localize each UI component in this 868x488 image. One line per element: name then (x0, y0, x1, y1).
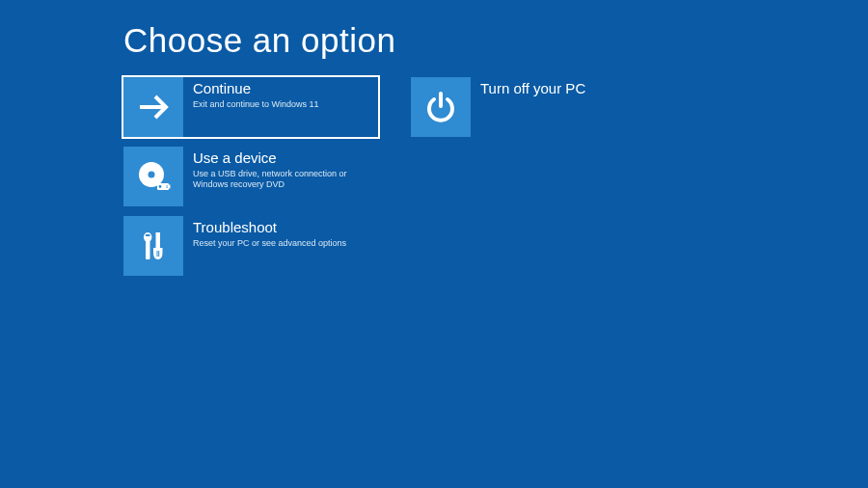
svg-point-7 (159, 185, 162, 188)
options-col-2: Turn off your PC (411, 77, 665, 276)
options-col-1: Continue Exit and continue to Windows 11 (123, 77, 378, 276)
option-title: Continue (193, 79, 378, 98)
disc-usb-icon (123, 147, 183, 206)
power-icon (411, 77, 471, 137)
svg-rect-11 (156, 232, 161, 250)
option-desc: Use a USB drive, network connection or W… (193, 169, 376, 191)
svg-rect-8 (146, 240, 150, 259)
svg-point-9 (144, 232, 151, 242)
arrow-right-icon (123, 77, 183, 137)
option-continue[interactable]: Continue Exit and continue to Windows 11 (122, 75, 380, 139)
svg-rect-4 (166, 185, 171, 189)
svg-rect-13 (158, 251, 159, 257)
svg-rect-6 (167, 187, 168, 188)
page-title: Choose an option (123, 21, 868, 60)
option-use-device-text: Use a device Use a USB drive, network co… (183, 147, 378, 191)
option-turn-off[interactable]: Turn off your PC (411, 77, 665, 137)
option-desc: Exit and continue to Windows 11 (193, 99, 376, 111)
option-title: Turn off your PC (480, 79, 665, 98)
option-troubleshoot-text: Troubleshoot Reset your PC or see advanc… (183, 216, 378, 249)
option-desc: Reset your PC or see advanced options (193, 238, 376, 250)
winre-options-screen: Choose an option Continue Exit and conti… (0, 0, 868, 276)
svg-rect-10 (146, 234, 150, 236)
option-title: Troubleshoot (193, 218, 378, 237)
svg-rect-5 (167, 185, 168, 186)
svg-rect-12 (157, 251, 158, 257)
options-columns: Continue Exit and continue to Windows 11 (123, 77, 868, 276)
option-troubleshoot[interactable]: Troubleshoot Reset your PC or see advanc… (123, 216, 378, 276)
option-use-device[interactable]: Use a device Use a USB drive, network co… (123, 147, 378, 206)
tools-icon (123, 216, 183, 276)
option-continue-text: Continue Exit and continue to Windows 11 (183, 77, 378, 110)
option-turn-off-text: Turn off your PC (471, 77, 665, 99)
svg-point-2 (149, 172, 155, 178)
option-title: Use a device (193, 149, 378, 168)
